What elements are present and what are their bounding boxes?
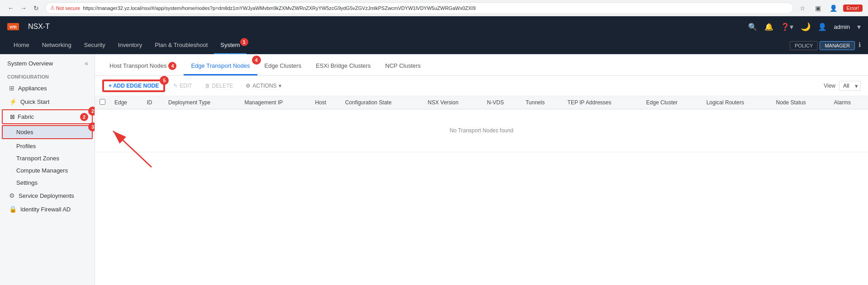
quick-start-label: Quick Start — [20, 98, 49, 105]
nav-plan-troubleshoot[interactable]: Plan & Troubleshoot — [148, 37, 214, 54]
th-nsx-version: NSX Version — [423, 96, 483, 109]
nodes-table: Edge ID Deployment Type Management IP Ho… — [95, 96, 868, 152]
edit-icon: ✎ — [173, 83, 178, 89]
main-layout: System Overview « Configuration ⊞ Applia… — [0, 54, 868, 285]
profiles-label: Profiles — [16, 143, 36, 150]
delete-button[interactable]: 🗑 DELETE — [200, 80, 238, 91]
th-tunnels: Tunnels — [521, 96, 563, 109]
configuration-section-label: Configuration — [0, 70, 95, 81]
actions-gear-icon: ⚙ — [246, 83, 251, 89]
bell-icon[interactable]: 🔔 — [764, 23, 773, 31]
nav-system[interactable]: System1 — [214, 37, 246, 54]
content-area: Host Transport Nodes 4 Edge Transport No… — [95, 54, 868, 285]
tab-ncp-clusters[interactable]: NCP Clusters — [378, 57, 428, 75]
table-container: Edge ID Deployment Type Management IP Ho… — [95, 96, 868, 285]
user-name: admin — [834, 23, 850, 30]
app-title: NSX-T — [28, 23, 741, 31]
add-edge-node-button[interactable]: + ADD EDGE NODE 5 — [102, 79, 165, 92]
system-overview-link[interactable]: System Overview — [7, 60, 82, 67]
sidebar-item-appliances[interactable]: ⊞ Appliances — [0, 81, 95, 95]
actions-button[interactable]: ⚙ ACTIONS ▾ — [241, 80, 285, 91]
th-n-vds: N-VDS — [483, 96, 521, 109]
select-all-checkbox[interactable] — [100, 99, 105, 105]
nodes-step-badge: 3 — [88, 122, 95, 131]
service-deployments-label: Service Deployments — [19, 192, 74, 199]
tab-edge-clusters[interactable]: Edge Clusters — [257, 57, 309, 75]
info-icon[interactable]: ℹ — [859, 41, 861, 50]
compute-managers-label: Compute Managers — [16, 167, 68, 174]
fabric-label: Fabric — [18, 113, 34, 120]
sidebar-item-compute-managers[interactable]: Compute Managers — [0, 164, 95, 177]
edit-button[interactable]: ✎ EDIT — [169, 80, 196, 91]
sidebar-item-service-deployments[interactable]: ⚙ Service Deployments — [0, 189, 95, 202]
sidebar-item-nodes[interactable]: Nodes 3 — [2, 125, 93, 139]
nav-networking[interactable]: Networking — [36, 37, 78, 54]
address-bar[interactable]: ⚠ Not secure https://manager32.yz.local/… — [45, 2, 793, 14]
sidebar-item-profiles[interactable]: Profiles — [0, 140, 95, 152]
service-deployments-icon: ⚙ — [9, 192, 15, 199]
th-edge: Edge — [110, 96, 142, 109]
fabric-icon: ⊠ — [10, 113, 15, 120]
reload-button[interactable]: ↻ — [31, 3, 42, 14]
th-id: ID — [142, 96, 164, 109]
tab-button[interactable]: ▣ — [812, 2, 824, 14]
fabric-group: ⊠ Fabric 2 2 Nodes 3 Profiles Transport … — [0, 109, 95, 189]
tab-edge-transport-nodes[interactable]: Edge Transport Nodes 4 — [184, 57, 257, 75]
security-warning: ⚠ Not secure — [50, 5, 80, 11]
th-host: Host — [310, 96, 341, 109]
error-badge: Error! — [843, 5, 863, 12]
manager-button[interactable]: MANAGER — [820, 41, 855, 50]
tab-esxi-bridge-clusters[interactable]: ESXi Bridge Clusters — [308, 57, 378, 75]
moon-icon[interactable]: 🌙 — [801, 22, 811, 32]
table-header-row: Edge ID Deployment Type Management IP Ho… — [95, 96, 868, 109]
help-icon[interactable]: ❓▾ — [781, 23, 793, 31]
back-button[interactable]: ← — [5, 3, 16, 14]
browser-bar: ← → ↻ ⚠ Not secure https://manager32.yz.… — [0, 0, 868, 16]
th-logical-routers: Logical Routers — [702, 96, 772, 109]
th-edge-cluster: Edge Cluster — [642, 96, 702, 109]
policy-button[interactable]: POLICY — [790, 41, 818, 50]
actions-dropdown-icon: ▾ — [279, 83, 281, 89]
sidebar-item-settings[interactable]: Settings — [0, 177, 95, 189]
identity-firewall-icon: 🔒 — [9, 206, 17, 213]
sidebar-item-quick-start[interactable]: ⚡ Quick Start — [0, 95, 95, 108]
fabric-group-header[interactable]: ⊠ Fabric 2 2 — [2, 109, 93, 124]
host-transport-badge: 4 — [168, 62, 176, 70]
view-label: View — [824, 83, 835, 89]
no-data-message: No Transport Nodes found — [95, 109, 868, 152]
toolbar: + ADD EDGE NODE 5 ✎ EDIT 🗑 DELETE ⚙ ACTI… — [95, 76, 868, 96]
th-tep-ip: TEP IP Addresses — [563, 96, 642, 109]
th-node-status: Node Status — [772, 96, 830, 109]
sidebar-collapse-button[interactable]: « — [82, 59, 91, 68]
forward-button[interactable]: → — [18, 3, 29, 14]
identity-firewall-label: Identity Firewall AD — [20, 206, 71, 213]
th-management-ip: Management IP — [240, 96, 311, 109]
bookmark-button[interactable]: ☆ — [797, 2, 809, 14]
fabric-step-badge: 2 — [88, 107, 95, 116]
th-alarms: Alarms — [830, 96, 868, 109]
tab-host-transport-nodes[interactable]: Host Transport Nodes 4 — [102, 57, 184, 75]
th-checkbox — [95, 96, 110, 109]
settings-label: Settings — [16, 179, 38, 186]
sidebar: System Overview « Configuration ⊞ Applia… — [0, 54, 95, 285]
th-configuration-state: Configuration State — [341, 96, 423, 109]
top-nav: Home Networking Security Inventory Plan … — [0, 37, 868, 54]
quick-start-icon: ⚡ — [9, 98, 17, 105]
view-select[interactable]: All — [839, 81, 861, 91]
search-icon[interactable]: 🔍 — [748, 23, 757, 31]
appliances-icon: ⊞ — [9, 84, 14, 92]
add-btn-step-badge: 5 — [160, 76, 169, 85]
th-deployment-type: Deployment Type — [164, 96, 240, 109]
nav-home[interactable]: Home — [7, 37, 36, 54]
nav-inventory[interactable]: Inventory — [112, 37, 148, 54]
profile-button[interactable]: 👤 — [828, 2, 840, 14]
edge-tab-step-badge: 4 — [252, 56, 261, 65]
sidebar-item-transport-zones[interactable]: Transport Zones — [0, 152, 95, 164]
nav-security[interactable]: Security — [78, 37, 112, 54]
avatar: 👤 — [818, 23, 827, 31]
transport-zones-label: Transport Zones — [16, 155, 59, 162]
sidebar-item-identity-firewall[interactable]: 🔒 Identity Firewall AD — [0, 202, 95, 216]
user-dropdown-icon[interactable]: ▾ — [857, 23, 861, 31]
nodes-label: Nodes — [16, 129, 33, 135]
app-header: vm NSX-T 🔍 🔔 ❓▾ 🌙 👤 admin ▾ — [0, 16, 868, 37]
